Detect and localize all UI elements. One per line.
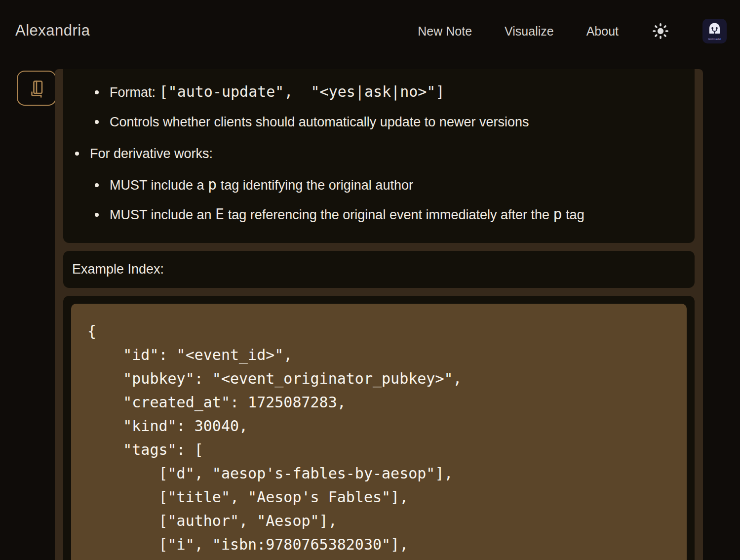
code-line: "pubkey": "<event_originator_pubkey>", [87,367,670,391]
content-scroll-area[interactable]: Format: ["auto-update", "<yes|ask|no>"] … [55,69,703,560]
app-title: Alexandria [15,22,90,40]
list-item: Controls whether clients should automati… [63,113,675,131]
list-item: MUST include an E tag referencing the or… [90,206,675,224]
code-line: "tags": [ [87,438,670,462]
doc-card: Format: ["auto-update", "<yes|ask|no>"] … [63,69,695,243]
sun-icon [652,22,669,40]
list-item: Format: ["auto-update", "<yes|ask|no>"] [63,83,675,101]
nested-list: MUST include a p tag identifying the ori… [90,176,675,224]
list-text: tag referencing the original event immed… [224,207,553,222]
list-item: MUST include a p tag identifying the ori… [90,176,675,194]
nav-visualize[interactable]: Visualize [505,24,554,39]
inline-code: ["auto-update", "<yes|ask|no>"] [159,83,445,100]
example-index-label: Example Index: [72,262,686,277]
list-text: tag identifying the original author [217,178,413,193]
list-text: MUST include a [110,178,208,193]
inline-code: p [553,205,562,223]
list-text: Format: [110,85,159,100]
gitcitadel-ghost-icon: GitCitadel [702,19,727,43]
code-line: "id": "<event_id>", [87,343,670,367]
code-line: ["title", "Aesop's Fables"], [87,485,670,509]
nav-new-note[interactable]: New Note [418,24,472,39]
list-item: For derivative works: MUST include a p t… [63,145,675,224]
main-nav: New Note Visualize About [418,0,727,62]
inline-code: p [208,176,217,193]
gitcitadel-logo[interactable]: GitCitadel [702,19,727,43]
book-icon [27,79,46,98]
theme-toggle-button[interactable] [651,22,670,40]
list-text: MUST include an [110,207,215,222]
logo-caption: GitCitadel [708,38,721,40]
list-text: tag [562,207,584,222]
inline-code: E [215,205,224,223]
app-header: Alexandria New Note Visualize About [0,0,740,69]
list-text: Controls whether clients should automati… [110,115,529,129]
top-list: For derivative works: MUST include a p t… [63,145,675,224]
code-line: { [87,320,670,343]
code-line: "kind": 30040, [87,414,670,438]
code-line: ["i", "isbn:9780765382030"], [87,533,670,557]
example-index-card: Example Index: [63,251,695,288]
list-text: For derivative works: [90,146,213,161]
page: Alexandria New Note Visualize About [0,0,740,560]
sidebar-toggle-button[interactable] [17,71,56,106]
code-block: { "id": "<event_id>", "pubkey": "<event_… [71,304,687,560]
sub-list: Format: ["auto-update", "<yes|ask|no>"] … [63,83,675,131]
nav-about[interactable]: About [586,24,619,39]
code-card: { "id": "<event_id>", "pubkey": "<event_… [63,296,695,560]
code-line: ["d", "aesop's-fables-by-aesop"], [87,462,670,485]
code-line: "created_at": 1725087283, [87,391,670,414]
code-line: ["author", "Aesop"], [87,509,670,533]
